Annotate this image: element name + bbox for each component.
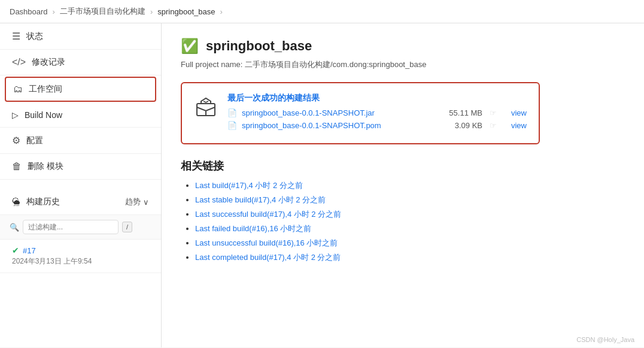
delete-icon: 🗑	[12, 161, 22, 172]
file-icon-2: 📄	[227, 121, 237, 130]
project-name: springboot_base	[206, 38, 312, 54]
sidebar-workspace-label: 工作空间	[29, 84, 62, 95]
link-item-1: Last stable build(#17),4 小时 2 分之前	[195, 195, 625, 205]
link-1[interactable]: Last stable build(#17),4 小时 2 分之前	[195, 195, 326, 204]
fingerprint-icon-1: ☞	[490, 108, 497, 117]
link-5[interactable]: Last completed build(#17),4 小时 2 分之前	[195, 253, 341, 262]
artifact-file-2-size: 3.09 KB	[441, 121, 482, 130]
main-content: ✅ springboot_base Full project name: 二手市…	[162, 23, 644, 347]
link-0[interactable]: Last build(#17),4 小时 2 分之前	[195, 181, 303, 190]
artifact-title[interactable]: 最后一次成功的构建结果	[227, 93, 527, 104]
full-name-label: Full project name:	[181, 60, 242, 69]
artifact-box-icon	[194, 95, 218, 125]
link-2[interactable]: Last successful build(#17),4 小时 2 分之前	[195, 210, 341, 219]
breadcrumb-sep-3: ›	[220, 7, 222, 16]
related-links-title: 相关链接	[181, 159, 625, 173]
sidebar-build-now-label: Build Now	[25, 110, 62, 120]
sidebar-item-status[interactable]: ☰ 状态	[0, 23, 161, 50]
sidebar-item-config[interactable]: ⚙ 配置	[0, 128, 161, 154]
sidebar-item-build-now[interactable]: ▷ Build Now	[0, 103, 161, 128]
sidebar-delete-label: 删除 模块	[28, 161, 63, 172]
project-title-row: ✅ springboot_base	[181, 38, 625, 55]
sidebar-item-workspace[interactable]: 🗂 工作空间	[5, 77, 156, 102]
sidebar-item-history[interactable]: </> 修改记录	[0, 50, 161, 75]
link-item-5: Last completed build(#17),4 小时 2 分之前	[195, 252, 625, 263]
sidebar-filter-row: 🔍 /	[0, 215, 161, 240]
sidebar-status-label: 状态	[26, 31, 43, 42]
fingerprint-icon-2: ☞	[490, 121, 497, 130]
history-icon: </>	[12, 57, 26, 68]
artifact-box: 最后一次成功的构建结果 📄 springboot_base-0.0.1-SNAP…	[181, 82, 540, 144]
link-3[interactable]: Last failed build(#16),16 小时之前	[195, 224, 311, 233]
link-item-4: Last unsuccessful build(#16),16 小时之前	[195, 238, 625, 249]
sidebar: ☰ 状态 </> 修改记录 🗂 工作空间 ▷ Build Now ⚙ 配置 🗑 …	[0, 23, 162, 347]
artifact-content: 最后一次成功的构建结果 📄 springboot_base-0.0.1-SNAP…	[227, 93, 527, 134]
status-icon: ☰	[12, 31, 20, 42]
build-check-icon: ✔	[12, 246, 19, 255]
link-4[interactable]: Last unsuccessful build(#16),16 小时之前	[195, 238, 338, 247]
search-icon: 🔍	[10, 223, 19, 232]
link-item-2: Last successful build(#17),4 小时 2 分之前	[195, 209, 625, 220]
artifact-file-1-name[interactable]: springboot_base-0.0.1-SNAPSHOT.jar	[242, 108, 436, 117]
sidebar-build-history-header: 🌦 构建历史 趋势 ∨	[0, 189, 161, 215]
play-icon: ▷	[12, 110, 19, 120]
config-icon: ⚙	[12, 135, 20, 146]
file-icon-1: 📄	[227, 108, 237, 117]
breadcrumb-current: springboot_base	[157, 7, 215, 16]
breadcrumb: Dashboard › 二手市场项目自动化构建 › springboot_bas…	[0, 0, 644, 23]
build-date: 2024年3月13日 上午9:54	[12, 256, 149, 267]
breadcrumb-sep-2: ›	[150, 7, 153, 16]
sidebar-build-item-17[interactable]: ✔ #17 2024年3月13日 上午9:54	[0, 240, 161, 273]
breadcrumb-dashboard[interactable]: Dashboard	[10, 7, 48, 16]
full-name-value: 二手市场项目自动化构建/com.dong:springboot_base	[245, 60, 426, 69]
chevron-down-icon: ∨	[143, 198, 149, 207]
sidebar-config-label: 配置	[26, 135, 43, 146]
link-item-0: Last build(#17),4 小时 2 分之前	[195, 180, 625, 191]
sidebar-trend-label: 趋势	[125, 196, 141, 207]
sidebar-history-label: 修改记录	[32, 57, 65, 68]
artifact-view-1[interactable]: view	[511, 108, 527, 117]
sidebar-build-history-label: 构建历史	[26, 196, 60, 207]
links-list: Last build(#17),4 小时 2 分之前 Last stable b…	[181, 180, 625, 263]
breadcrumb-project[interactable]: 二手市场项目自动化构建	[60, 6, 145, 17]
slash-button[interactable]: /	[122, 222, 132, 232]
sidebar-trend-button[interactable]: 趋势 ∨	[125, 196, 149, 207]
sidebar-item-delete[interactable]: 🗑 删除 模块	[0, 154, 161, 180]
cloud-rain-icon: 🌦	[12, 197, 20, 207]
workspace-icon: 🗂	[13, 84, 23, 95]
full-project-name: Full project name: 二手市场项目自动化构建/com.dong:…	[181, 59, 625, 70]
breadcrumb-sep-1: ›	[53, 7, 55, 16]
artifact-view-2[interactable]: view	[511, 121, 527, 130]
link-item-3: Last failed build(#16),16 小时之前	[195, 223, 625, 234]
artifact-file-2-name[interactable]: springboot_base-0.0.1-SNAPSHOT.pom	[242, 121, 436, 130]
artifact-file-1-size: 55.11 MB	[441, 108, 482, 117]
filter-input[interactable]	[23, 220, 119, 234]
artifact-file-row-1: 📄 springboot_base-0.0.1-SNAPSHOT.jar 55.…	[227, 108, 527, 117]
artifact-file-row-2: 📄 springboot_base-0.0.1-SNAPSHOT.pom 3.0…	[227, 121, 527, 130]
build-number-label: #17	[23, 246, 36, 255]
project-check-icon: ✅	[181, 38, 199, 55]
watermark: CSDN @Holy_Java	[576, 336, 634, 343]
